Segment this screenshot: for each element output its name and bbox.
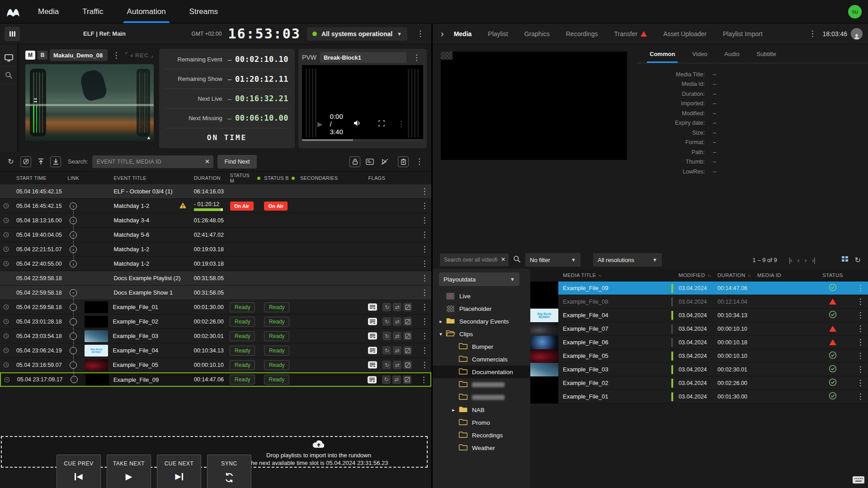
rec-indicator[interactable]: ⌜●REC⌟ bbox=[125, 52, 154, 59]
row-kebab-menu[interactable]: ⋮ bbox=[418, 360, 431, 370]
media-row[interactable]: Example_File_01 03.04.2024 00:01:30.00 ⋮ bbox=[530, 390, 868, 404]
col-duration[interactable]: DURATION↑↓ bbox=[717, 272, 757, 278]
pvw-video-player[interactable]: ▶ 0:00 / 3:40 ⋮ bbox=[302, 65, 423, 141]
tree-chevron-icon[interactable]: ▸ bbox=[436, 319, 445, 324]
tree-item-clips[interactable]: ▾ Clips bbox=[433, 328, 530, 340]
media-row[interactable]: Big BuckBUNNY Example_File_04 03.04.2024… bbox=[530, 309, 868, 322]
no-graphics-flag-icon[interactable] bbox=[403, 361, 412, 369]
col-event-title[interactable]: EVENT TITLE bbox=[79, 175, 190, 181]
rundown-row[interactable]: 05.04 16:45:42.15 ELF - October 03/4 (1)… bbox=[0, 184, 431, 199]
tree-item-placeholder[interactable]: Placeholder bbox=[433, 302, 530, 315]
collapse-chevron-icon[interactable]: › bbox=[70, 289, 77, 296]
rundown-row[interactable]: 05.04 16:45:42.15 › Matchday 1-2 - 01:20… bbox=[0, 199, 431, 213]
link-node-icon[interactable] bbox=[70, 347, 77, 354]
row-kebab-menu[interactable]: ⋮ bbox=[418, 273, 431, 283]
event-card-icon[interactable] bbox=[364, 156, 375, 167]
pvw-kebab-menu[interactable]: ⋮ bbox=[410, 53, 423, 62]
pgm-video-preview[interactable]: ▲ bbox=[25, 64, 154, 141]
row-kebab-menu[interactable]: ⋮ bbox=[418, 187, 431, 196]
pvw-player-kebab[interactable]: ⋮ bbox=[395, 119, 408, 129]
tree-item-redacted[interactable] bbox=[433, 391, 530, 404]
secondary-notes-icon[interactable] bbox=[368, 318, 377, 325]
scroll-to-onair-icon[interactable] bbox=[50, 156, 61, 167]
loop-flag-icon[interactable]: ↻ bbox=[382, 317, 391, 326]
layout-grid-icon[interactable] bbox=[5, 27, 20, 41]
user-avatar[interactable]: su bbox=[848, 5, 862, 19]
secondary-notes-icon[interactable] bbox=[368, 303, 377, 311]
detail-tab-common[interactable]: Common bbox=[650, 51, 675, 63]
loop-flag-icon[interactable]: ↻ bbox=[382, 332, 391, 340]
clear-media-search-icon[interactable]: ✕ bbox=[501, 256, 505, 263]
media-row-kebab-menu[interactable]: ⋮ bbox=[854, 324, 867, 333]
col-modified[interactable]: MODIFIED↑↓ bbox=[679, 272, 717, 278]
tree-item-commercials[interactable]: Commercials bbox=[433, 353, 530, 366]
rundown-row[interactable]: 05.04 22:59:58.18 Example_File_01 00:01:… bbox=[0, 300, 431, 314]
tree-chevron-icon[interactable]: ▾ bbox=[436, 331, 445, 337]
rundown-row[interactable]: 05.04 22:59:58.18 Docs Example Playlist … bbox=[0, 271, 431, 286]
makalu-logo-icon[interactable] bbox=[0, 6, 26, 18]
media-row[interactable]: Example_File_02 03.04.2024 00:02:26.00 ⋮ bbox=[530, 376, 868, 390]
row-kebab-menu[interactable]: ⋮ bbox=[417, 375, 430, 385]
system-status-dropdown[interactable]: All systems operational ▼ bbox=[307, 27, 407, 41]
media-row-kebab-menu[interactable]: ⋮ bbox=[854, 338, 867, 347]
no-graphics-flag-icon[interactable] bbox=[403, 332, 412, 340]
volume-icon[interactable] bbox=[354, 120, 361, 128]
tree-item-secondary-events[interactable]: ▸ Secondary Events bbox=[433, 315, 530, 328]
tree-item-documentation[interactable]: Documentation bbox=[433, 366, 530, 378]
rundown-row[interactable]: 05.04 23:03:54.18 Example_File_03 00:02:… bbox=[0, 329, 431, 343]
rundown-row[interactable]: 05.04 18:13:16.00 › Matchday 3-4 01:26:4… bbox=[0, 213, 431, 228]
media-row-kebab-menu[interactable]: ⋮ bbox=[854, 310, 867, 320]
transition-flag-icon[interactable]: ⇄ bbox=[393, 303, 401, 311]
scroll-to-top-icon[interactable] bbox=[35, 156, 46, 167]
rundown-row[interactable]: 05.04 22:59:58.18 › Docs Example Show 1 … bbox=[0, 286, 431, 300]
loop-flag-icon[interactable]: ↻ bbox=[382, 346, 391, 355]
tree-item-redacted[interactable] bbox=[433, 378, 530, 391]
row-kebab-menu[interactable]: ⋮ bbox=[418, 259, 431, 268]
row-kebab-menu[interactable]: ⋮ bbox=[418, 230, 431, 239]
transition-flag-icon[interactable]: ⇄ bbox=[392, 375, 401, 384]
rundown-row[interactable]: 05.04 22:21:51.07 › Matchday 1-2 00:19:0… bbox=[0, 242, 431, 257]
media-tab-media[interactable]: Media bbox=[454, 30, 472, 38]
media-tab-playlist[interactable]: Playlist bbox=[488, 30, 508, 38]
media-tab-playlist-import[interactable]: Playlist Import bbox=[723, 30, 763, 38]
rundown-row[interactable]: 05.04 23:17:09.17 Example_File_09 00:14:… bbox=[0, 372, 431, 387]
media-search-input[interactable] bbox=[440, 253, 509, 266]
no-graphics-flag-icon[interactable] bbox=[403, 317, 412, 326]
autoplay-off-icon[interactable] bbox=[379, 156, 390, 167]
media-tab-transfer[interactable]: Transfer bbox=[614, 30, 647, 38]
pvw-progress-bar[interactable] bbox=[302, 139, 423, 141]
media-tab-asset-uploader[interactable]: Asset Uploader bbox=[663, 30, 707, 38]
pvw-channel-select[interactable]: Break-Block1 bbox=[320, 52, 406, 63]
fullscreen-icon[interactable] bbox=[378, 120, 385, 128]
no-graphics-flag-icon[interactable] bbox=[403, 375, 411, 384]
header-kebab-menu[interactable]: ⋮ bbox=[414, 29, 427, 38]
nav-tab-automation[interactable]: Automation bbox=[115, 0, 178, 23]
media-row[interactable]: Example_File_05 03.04.2024 00:00:10.10 ⋮ bbox=[530, 349, 868, 363]
refresh-icon[interactable]: ↻ bbox=[5, 156, 16, 167]
search-icon[interactable] bbox=[0, 67, 17, 84]
row-kebab-menu[interactable]: ⋮ bbox=[418, 288, 431, 297]
media-row-kebab-menu[interactable]: ⋮ bbox=[854, 297, 867, 306]
expand-chevron-icon[interactable]: › bbox=[70, 202, 77, 210]
media-row-kebab-menu[interactable]: ⋮ bbox=[854, 365, 867, 374]
secondary-notes-icon[interactable] bbox=[368, 376, 377, 384]
detail-tab-video[interactable]: Video bbox=[692, 51, 707, 63]
media-row[interactable]: Example_File_09 03.04.2024 00:14:47.06 ⋮ bbox=[530, 282, 868, 295]
media-row[interactable]: Example_File_03 03.04.2024 00:02:30.01 ⋮ bbox=[530, 363, 868, 376]
transition-flag-icon[interactable]: ⇄ bbox=[393, 317, 401, 326]
col-status-m[interactable]: STATUS M bbox=[226, 173, 261, 183]
col-media-id[interactable]: MEDIA ID bbox=[757, 272, 811, 278]
monitor-m-button[interactable]: M bbox=[25, 51, 35, 60]
transition-flag-icon[interactable]: ⇄ bbox=[393, 361, 401, 369]
first-page-icon[interactable]: |‹ bbox=[789, 256, 792, 264]
prev-page-icon[interactable]: ‹ bbox=[797, 256, 799, 264]
expand-chevron-icon[interactable]: › bbox=[70, 217, 77, 224]
tree-root-select[interactable]: Playoutdata▼ bbox=[439, 272, 519, 286]
col-start-time[interactable]: START TIME bbox=[13, 175, 68, 181]
tree-item-recordings[interactable]: Recordings bbox=[433, 429, 530, 441]
rundown-row[interactable]: 05.04 22:40:55.00 › Matchday 1-2 00:19:0… bbox=[0, 257, 431, 271]
media-kebab-menu[interactable]: ⋮ bbox=[806, 29, 819, 38]
tree-item-live[interactable]: Live bbox=[433, 290, 530, 302]
play-icon[interactable]: ▶ bbox=[317, 120, 323, 128]
row-kebab-menu[interactable]: ⋮ bbox=[418, 346, 431, 355]
